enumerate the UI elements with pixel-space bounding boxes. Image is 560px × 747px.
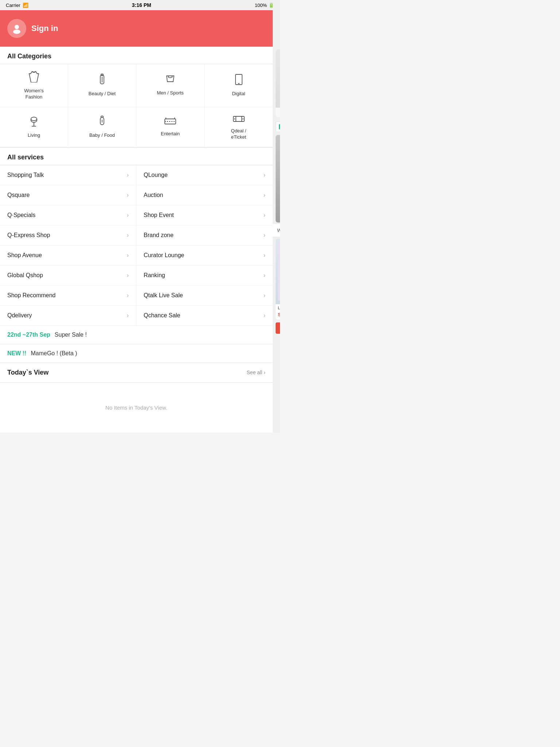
promo-date-label: 22nd ~27th Sep — [7, 332, 50, 338]
women-fashion-label: Women'sFashion — [24, 88, 44, 100]
category-beauty-diet[interactable]: Beauty / Diet — [68, 64, 136, 107]
shop-event-label: Shop Event — [144, 212, 174, 218]
category-women-fashion[interactable]: Women'sFashion — [0, 64, 68, 107]
avatar — [7, 19, 26, 38]
chevron-icon: › — [264, 252, 265, 259]
qsquare-label: Qsquare — [7, 192, 30, 198]
beauty-diet-label: Beauty / Diet — [89, 91, 116, 97]
category-men-sports[interactable]: Men / Sports — [136, 64, 205, 107]
women-tab[interactable]: Women — [277, 228, 280, 233]
service-qsquare[interactable]: Qsquare › — [0, 185, 136, 205]
baby-food-card[interactable]: Baby / Food — [276, 49, 280, 117]
service-curator-lounge[interactable]: Curator Lounge › — [136, 245, 273, 266]
category-baby-food[interactable]: Baby / Food — [68, 107, 136, 147]
baby-food-image — [276, 49, 280, 108]
service-qtalk-live-sale[interactable]: Qtalk Live Sale › — [136, 286, 273, 306]
service-shop-recommend[interactable]: Shop Recommend › — [0, 286, 136, 306]
category-entertain[interactable]: Entertain — [136, 107, 205, 147]
battery-label: 100% — [255, 3, 267, 8]
todays-view-header: Today`s View See all › — [0, 363, 273, 383]
see-all-link[interactable]: See all › — [247, 369, 265, 375]
service-qchance-sale[interactable]: Qchance Sale › — [136, 306, 273, 326]
qtalk-live-banner[interactable]: LIVE Qtalk Live sale — [276, 121, 280, 132]
svg-point-18 — [242, 118, 244, 119]
sale-promo-card[interactable]: Sisterly Stuff Qoo1 Super — [276, 135, 280, 222]
wifi-icon: 📶 — [23, 3, 28, 8]
signin-button[interactable]: Sign in — [31, 24, 58, 33]
todays-view-title: Today`s View — [7, 369, 48, 376]
chevron-icon: › — [127, 252, 129, 259]
svg-point-17 — [234, 118, 235, 119]
product-price-label: S$9.90 — [276, 311, 280, 320]
category-digital[interactable]: Digital — [205, 64, 273, 107]
auction-label: Auction — [144, 192, 163, 198]
promo-sale-banner[interactable]: 22nd ~27th Sep Super Sale ! — [0, 326, 273, 344]
chevron-icon: › — [127, 172, 129, 178]
main-layout: Sign in All Categories Women'sFashion — [0, 10, 280, 433]
category-qdeal[interactable]: Qdeal /eTicket — [205, 107, 273, 147]
q-express-shop-label: Q-Express Shop — [7, 232, 50, 239]
entertain-label: Entertain — [161, 131, 180, 137]
product-card-luggage[interactable]: Luckiplus★ Elastic Lug... S$9.90 — [276, 239, 280, 320]
shop-avenue-label: Shop Avenue — [7, 252, 42, 259]
chevron-icon: › — [127, 292, 129, 299]
chevron-icon: › — [127, 272, 129, 279]
curator-lounge-label: Curator Lounge — [144, 252, 184, 259]
baby-food-label: Baby / Food — [276, 108, 280, 117]
chevron-icon: › — [127, 212, 129, 218]
women-fashion-icon — [29, 71, 39, 85]
battery-icon: 🔋 — [268, 3, 274, 8]
all-categories-title: All Categories — [0, 47, 273, 64]
service-shop-avenue[interactable]: Shop Avenue › — [0, 245, 136, 266]
svg-point-0 — [15, 25, 19, 29]
qlounge-label: QLounge — [144, 172, 168, 178]
living-icon — [29, 115, 39, 129]
men-sports-icon — [165, 74, 175, 87]
chevron-icon: › — [264, 172, 265, 178]
live-badge: LIVE — [279, 124, 280, 129]
service-global-qshop[interactable]: Global Qshop › — [0, 266, 136, 286]
sale-promo-image: Sisterly Stuff Qoo1 Super — [276, 135, 280, 222]
chevron-icon: › — [264, 312, 265, 319]
service-q-specials[interactable]: Q·Specials › — [0, 205, 136, 225]
category-grid: Women'sFashion Beauty / Diet — [0, 64, 273, 148]
qchance-bar[interactable]: Q-chance — [276, 322, 280, 334]
baby-food-label: Baby / Food — [89, 132, 115, 139]
service-shopping-talk[interactable]: Shopping Talk › — [0, 165, 136, 185]
promo-mamego-text: MameGo ! (Beta ) — [31, 350, 77, 357]
promo-sale-text: Super Sale ! — [55, 332, 87, 338]
promo-mamego-banner[interactable]: NEW !! MameGo ! (Beta ) — [0, 344, 273, 363]
chevron-icon: › — [264, 232, 265, 239]
digital-icon — [235, 74, 243, 88]
ranking-label: Ranking — [144, 272, 165, 279]
service-brand-zone[interactable]: Brand zone › — [136, 225, 273, 245]
service-auction[interactable]: Auction › — [136, 185, 273, 205]
see-all-chevron: › — [264, 369, 265, 375]
service-qlounge[interactable]: QLounge › — [136, 165, 273, 185]
chevron-icon: › — [264, 212, 265, 218]
service-shop-event[interactable]: Shop Event › — [136, 205, 273, 225]
qdelivery-label: Qdelivery — [7, 312, 32, 319]
product-image — [276, 239, 280, 304]
right-panel-content: Baby / Food LIVE Qtalk Live sale Sisterl… — [273, 46, 280, 335]
chevron-icon: › — [264, 192, 265, 198]
category-living[interactable]: Living — [0, 107, 68, 147]
brand-zone-label: Brand zone — [144, 232, 174, 239]
svg-rect-5 — [236, 74, 242, 85]
service-q-express-shop[interactable]: Q-Express Shop › — [0, 225, 136, 245]
svg-point-7 — [31, 117, 37, 121]
status-right: 100% 🔋 — [255, 3, 274, 8]
svg-rect-3 — [101, 74, 103, 76]
services-grid: Shopping Talk › QLounge › Qsquare › Auct… — [0, 165, 273, 326]
dropdown-chevron[interactable] — [273, 32, 280, 46]
service-ranking[interactable]: Ranking › — [136, 266, 273, 286]
men-sports-label: Men / Sports — [157, 90, 184, 96]
global-qshop-label: Global Qshop — [7, 272, 43, 279]
svg-point-1 — [13, 30, 20, 34]
service-qdelivery[interactable]: Qdelivery › — [0, 306, 136, 326]
chevron-icon: › — [264, 292, 265, 299]
q-specials-label: Q·Specials — [7, 212, 35, 218]
right-panel-icons — [273, 10, 280, 32]
svg-rect-40 — [278, 242, 280, 301]
chevron-icon: › — [264, 272, 265, 279]
